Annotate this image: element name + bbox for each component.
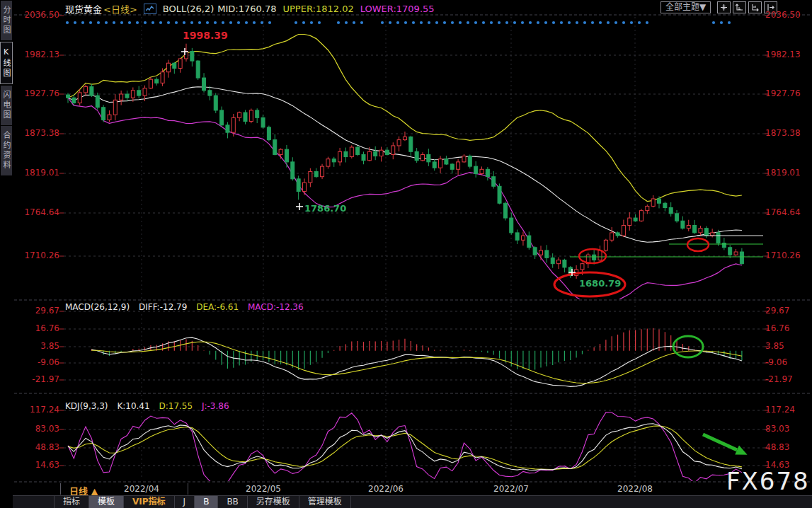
macd-panel-header: MACD(26,12,9) DIFF:-12.79 DEA:-6.61 MACD… — [65, 302, 310, 312]
axis-label: 29.67 — [764, 306, 811, 316]
axis-label: 1927.76 — [14, 88, 59, 98]
boll-lower-value: LOWER:1709.55 — [360, 4, 435, 14]
kdj-title: KDJ(9,3,3) — [65, 401, 108, 411]
macd-value: MACD:-12.36 — [248, 302, 304, 312]
axis-label: 14.63 — [764, 460, 811, 470]
x-axis-month-label: 2022/08 — [610, 484, 660, 494]
axis-label: 3.85 — [14, 341, 59, 351]
macd-dea-value: DEA:-6.61 — [196, 302, 239, 312]
boll-upper-value: UPPER:1812.02 — [283, 4, 354, 14]
x-axis-month-label: 2022/06 — [361, 484, 411, 494]
x-axis-month-label: 2022/07 — [486, 484, 536, 494]
toolbar-tab-5[interactable]: B — [195, 496, 218, 508]
crosshair-pan-icon[interactable] — [717, 1, 731, 13]
axis-label: 1819.01 — [764, 168, 811, 178]
axis-label: 117.24 — [764, 405, 811, 415]
boll-indicator-label: BOLL(26,2) — [163, 4, 215, 14]
main-candlestick-chart — [67, 35, 744, 306]
sidebar-item-2[interactable]: K线图 — [0, 42, 13, 84]
dip-price-annotation: 1786.70 — [304, 203, 346, 214]
toolbar-tab-2[interactable]: 模板 — [89, 496, 124, 508]
chart-canvas — [0, 0, 812, 508]
axis-label: -9.06 — [14, 357, 59, 367]
sidebar-item-1[interactable]: 分时图 — [1, 1, 12, 40]
toolbar-tab-4[interactable]: J — [175, 496, 195, 508]
kdj-k-value: K:10.41 — [117, 401, 149, 411]
axis-label: 1819.01 — [14, 168, 59, 178]
axis-label: 16.76 — [14, 323, 59, 333]
axis-label: 1873.38 — [764, 128, 811, 138]
peak-price-annotation: 1998.39 — [183, 30, 228, 41]
axis-label: 1764.64 — [14, 207, 59, 217]
toolbar-tab-8[interactable]: 管理模板 — [299, 496, 351, 508]
kdj-d-value: D:17.55 — [159, 401, 193, 411]
axis-label: 1710.26 — [14, 250, 59, 260]
symbol-name: 现货黄金 — [65, 2, 102, 16]
timeline-separator — [188, 483, 188, 495]
toolbar-spacer — [13, 496, 55, 508]
period-label: <日线> — [103, 2, 137, 16]
sidebar-item-4[interactable]: 合约资料 — [1, 126, 12, 175]
toolbar-tab-7[interactable]: 另存模板 — [248, 496, 299, 508]
grid-layer — [14, 15, 812, 482]
trading-chart-app: 分时图K线图闪电图合约资料 现货黄金 <日线> BOLL(26,2) MID:1… — [0, 0, 812, 508]
axis-label: 2036.50 — [14, 10, 59, 20]
chart-header: 现货黄金 <日线> BOLL(26,2) MID:1760.78 UPPER:1… — [65, 2, 435, 16]
macd-diff-value: DIFF:-12.79 — [139, 302, 187, 312]
axis-label: -21.97 — [14, 374, 59, 384]
kdj-indicator-panel — [68, 412, 742, 485]
axis-label: 2036.50 — [764, 10, 811, 20]
theme-dropdown[interactable]: 全部主题▼ — [661, 1, 711, 13]
axis-label: 1982.13 — [14, 50, 59, 59]
fx678-watermark: FX678 — [726, 467, 810, 495]
axis-label: 48.83 — [764, 442, 811, 452]
axis-label: 29.67 — [14, 306, 59, 316]
axis-label: 48.83 — [14, 442, 59, 452]
macd-title: MACD(26,12,9) — [65, 302, 130, 312]
low-price-annotation: 1680.79 — [579, 278, 621, 289]
timeline-separator — [60, 483, 61, 495]
axis-label: 1764.64 — [764, 207, 811, 217]
x-axis-zoom-icon[interactable] — [748, 1, 762, 13]
y-axis-zoom-icon[interactable] — [733, 1, 746, 13]
red-highlight-ellipse — [687, 238, 709, 251]
axis-label: 1873.38 — [14, 128, 59, 138]
toolbar-tab-3[interactable]: VIP指标 — [124, 496, 175, 508]
x-axis-month-label: 2022/05 — [239, 484, 288, 494]
axis-label: 3.85 — [764, 341, 811, 351]
sidebar-item-3[interactable]: 闪电图 — [1, 86, 12, 125]
axis-label: -9.06 — [764, 357, 811, 367]
price-point-marker — [296, 203, 303, 210]
toolbar-tab-6[interactable]: BB — [218, 496, 247, 508]
kdj-j-value: J:-3.86 — [202, 401, 229, 411]
axis-label: 1982.13 — [764, 50, 811, 59]
kdj-panel-header: KDJ(9,3,3) K:10.41 D:17.55 J:-3.86 — [65, 401, 236, 411]
axis-label: 83.03 — [14, 424, 59, 434]
macd-indicator-panel — [91, 328, 742, 387]
sidebar-chart-types: 分时图K线图闪电图合约资料 — [0, 0, 13, 495]
boll-mid-value: MID:1760.78 — [217, 4, 276, 14]
toolbar-tab-1[interactable]: 指标 — [55, 496, 89, 508]
axis-label: -21.97 — [764, 374, 811, 384]
x-axis-month-label: 2022/04 — [117, 484, 166, 494]
axis-label: 83.03 — [764, 424, 811, 434]
candlestick-chart-icon[interactable] — [144, 4, 156, 14]
axis-label: 1927.76 — [764, 88, 811, 98]
bottom-toolbar: 指标模板VIP指标JBBB另存模板管理模板 — [13, 495, 812, 508]
axis-label: 16.76 — [764, 323, 811, 333]
axis-label: 117.24 — [14, 405, 59, 415]
axis-label: 1710.26 — [764, 250, 811, 260]
axis-label: 14.63 — [14, 460, 59, 470]
